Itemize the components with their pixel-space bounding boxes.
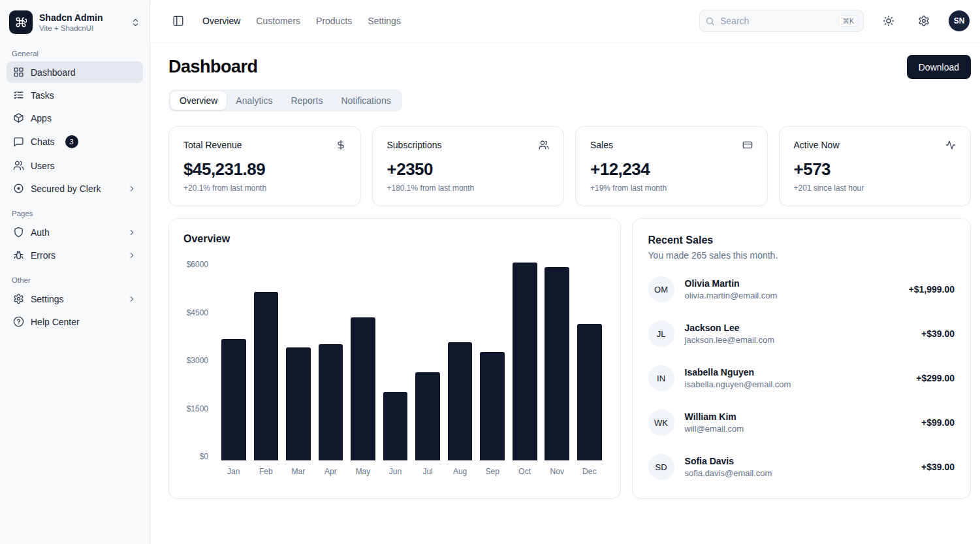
sun-icon — [883, 15, 894, 27]
chevron-right-icon — [127, 184, 136, 193]
sidebar-item-errors[interactable]: Errors — [7, 244, 143, 266]
top-nav-products[interactable]: Products — [316, 16, 352, 26]
bar — [448, 342, 473, 460]
user-avatar[interactable]: SN — [949, 10, 970, 31]
team-name: Shadcn Admin — [39, 12, 103, 23]
bar — [351, 317, 375, 460]
top-bar: Overview Customers Products Settings ⌘K … — [150, 0, 980, 42]
bar-column: Nov — [541, 261, 573, 476]
sidebar-item-label: Secured by Clerk — [31, 184, 101, 194]
sidebar-item-label: Chats — [31, 136, 55, 147]
bar-column: Aug — [444, 261, 477, 476]
customer-email: will@email.com — [685, 424, 744, 434]
bar-column: Dec — [573, 261, 606, 476]
gear-icon — [13, 293, 24, 304]
sidebar-item-dashboard[interactable]: Dashboard — [7, 61, 143, 83]
page-title: Dashboard — [168, 57, 258, 77]
sidebar-section-pages: Pages — [12, 210, 138, 217]
theme-toggle-button[interactable] — [878, 10, 899, 31]
command-icon — [15, 16, 27, 28]
bar — [319, 344, 343, 461]
customer-name: Jackson Lee — [685, 323, 774, 333]
stat-change: +180.1% from last month — [387, 184, 550, 193]
recent-sales-list: OM Olivia Martin olivia.martin@email.com… — [648, 276, 955, 480]
sidebar-item-label: Tasks — [31, 90, 54, 101]
bar-chart: JanFebMarAprMayJunJulAugSepOctNovDec — [217, 261, 606, 476]
search-box[interactable]: ⌘K — [699, 10, 864, 32]
customer-name: Sofia Davis — [685, 456, 772, 466]
tab-notifications[interactable]: Notifications — [332, 91, 400, 110]
sidebar-item-users[interactable]: Users — [7, 155, 143, 176]
sidebar-item-settings[interactable]: Settings — [7, 288, 143, 310]
stat-value: +12,234 — [590, 159, 753, 180]
revenue-bar-chart: $6000$4500$3000$1500$0 JanFebMarAprMayJu… — [183, 261, 606, 476]
bar-column: Jan — [217, 261, 250, 476]
tab-analytics[interactable]: Analytics — [227, 91, 281, 110]
sidebar-item-chats[interactable]: Chats 3 — [7, 130, 143, 153]
avatar: SD — [648, 454, 674, 480]
bar — [383, 392, 408, 460]
search-input[interactable] — [720, 16, 833, 26]
sidebar-item-help-center[interactable]: Help Center — [7, 311, 143, 332]
team-switcher[interactable]: Shadcn Admin Vite + ShadcnUI — [7, 8, 143, 40]
search-icon — [705, 16, 715, 26]
bar-column: Jul — [411, 261, 444, 476]
help-circle-icon — [13, 316, 24, 327]
sidebar-item-tasks[interactable]: Tasks — [7, 84, 143, 106]
overview-chart-card: Overview $6000$4500$3000$1500$0 JanFebMa… — [168, 218, 621, 499]
sidebar-item-label: Users — [31, 161, 55, 171]
stat-card-active-now: Active Now +573 +201 since last hour — [779, 126, 972, 206]
sidebar-item-apps[interactable]: Apps — [7, 107, 143, 129]
x-axis-label: Nov — [550, 467, 564, 476]
stat-value: $45,231.89 — [183, 159, 346, 180]
sidebar-item-secured-by-clerk[interactable]: Secured by Clerk — [7, 178, 143, 199]
settings-button[interactable] — [913, 10, 934, 31]
x-axis-label: Jan — [227, 467, 240, 476]
sidebar-item-label: Settings — [31, 294, 64, 304]
avatar: OM — [648, 276, 674, 302]
stat-title: Sales — [590, 140, 613, 150]
users-icon — [539, 140, 549, 150]
x-axis-label: Dec — [582, 467, 596, 476]
avatar: JL — [648, 321, 674, 347]
tab-overview[interactable]: Overview — [170, 91, 227, 110]
top-nav-settings[interactable]: Settings — [368, 16, 401, 26]
sidebar-toggle-button[interactable] — [168, 11, 188, 31]
recent-sales-title: Recent Sales — [648, 234, 955, 246]
sale-amount: +$1,999.00 — [909, 284, 955, 295]
top-nav-customers[interactable]: Customers — [256, 16, 300, 26]
tab-reports[interactable]: Reports — [281, 91, 332, 110]
avatar: WK — [648, 409, 674, 436]
list-item: IN Isabella Nguyen isabella.nguyen@email… — [648, 365, 955, 391]
stat-title: Total Revenue — [183, 140, 242, 150]
x-axis-label: Aug — [453, 467, 467, 476]
stat-cards: Total Revenue $45,231.89 +20.1% from las… — [168, 126, 971, 206]
credit-card-icon — [742, 140, 753, 150]
bar — [415, 372, 440, 460]
y-axis-label: $6000 — [187, 261, 208, 268]
sidebar-item-auth[interactable]: Auth — [7, 221, 143, 243]
download-button[interactable]: Download — [907, 55, 971, 79]
team-subtitle: Vite + ShadcnUI — [39, 24, 103, 32]
sidebar-item-label: Auth — [31, 227, 50, 238]
main-area: Overview Customers Products Settings ⌘K … — [150, 0, 980, 544]
sale-amount: +$99.00 — [921, 417, 955, 428]
customer-email: isabella.nguyen@email.com — [685, 379, 791, 389]
x-axis-label: Oct — [518, 467, 531, 476]
sidebar-item-label: Apps — [31, 113, 52, 123]
sidebar: Shadcn Admin Vite + ShadcnUI General Das… — [0, 0, 150, 544]
sidebar-section-other: Other — [12, 276, 138, 284]
sidebar-item-label: Dashboard — [31, 67, 76, 78]
chevron-right-icon — [127, 251, 136, 260]
app-root: Shadcn Admin Vite + ShadcnUI General Das… — [0, 0, 980, 544]
sale-amount: +$299.00 — [916, 373, 955, 383]
list-item: OM Olivia Martin olivia.martin@email.com… — [648, 276, 955, 302]
bar-column: Apr — [315, 261, 347, 476]
top-nav-overview[interactable]: Overview — [202, 16, 240, 26]
bar — [254, 292, 279, 460]
bar-column: May — [347, 261, 379, 476]
sidebar-section-general: General — [12, 50, 138, 57]
bar-column: Feb — [250, 261, 283, 476]
list-item: SD Sofia Davis sofia.davis@email.com +$3… — [648, 454, 955, 480]
package-icon — [13, 112, 24, 123]
